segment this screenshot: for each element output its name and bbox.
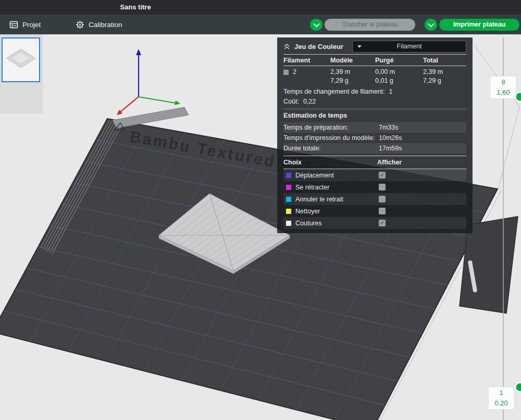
plate-thumbnail-strip — [0, 34, 43, 113]
legend-swatch — [286, 173, 291, 178]
project-menu-item[interactable]: Projet — [9, 15, 41, 34]
time-row: Temps de préparation:7m33s — [283, 122, 466, 133]
legend-checkbox[interactable]: ✓ — [379, 172, 386, 179]
legend-row-annuler-retrait[interactable]: Annuler le retrait — [283, 193, 466, 205]
cost-row: Coût: 0,22 — [283, 97, 466, 107]
project-icon — [9, 20, 18, 29]
legend-checkbox[interactable] — [379, 208, 386, 214]
print-options-dropdown-button[interactable] — [425, 19, 437, 31]
legend-row-deplacement[interactable]: Déplacement ✓ — [283, 169, 466, 181]
axis-z-arrow — [136, 49, 141, 55]
axis-gizmo — [117, 49, 180, 115]
time-estimate-title: Estimation de temps — [283, 109, 466, 122]
legend-checkbox[interactable] — [379, 196, 386, 202]
time-row: Durée totale:17m59s — [283, 143, 466, 154]
legend-header: Choix Afficher — [283, 156, 466, 169]
layer-slider-bottom-value: 1 0,20 — [488, 387, 514, 410]
legend-swatch — [286, 197, 291, 202]
chevron-down-icon — [428, 20, 435, 27]
filament-change-count: Temps de changement de filament: 1 — [283, 87, 466, 97]
legend-row-nettoyer[interactable]: Nettoyer — [283, 205, 466, 217]
print-plate-button[interactable]: Imprimer plateau — [439, 19, 519, 31]
chevron-down-icon — [313, 20, 320, 27]
calibration-menu-item[interactable]: Calibration — [76, 15, 122, 34]
window-titlebar: Sans titre — [0, 0, 521, 15]
legend-row-retracter[interactable]: Se rétracter — [283, 181, 466, 193]
layer-slider-top-value: 8 1,60 — [490, 76, 516, 99]
color-scheme-panel: Jeu de Couleur Filament Filament Modèle … — [277, 37, 473, 233]
preview-3d-viewport[interactable]: Bambu Textured PEI Plate — [0, 34, 521, 420]
calibration-label: Calibration — [89, 21, 122, 29]
slice-options-dropdown-button[interactable] — [310, 19, 322, 31]
plate-thumbnail-selected[interactable] — [2, 37, 40, 82]
app-window: Sans titre Projet C — [0, 0, 521, 420]
legend-swatch — [286, 209, 291, 214]
legend-swatch — [286, 185, 291, 190]
project-label: Projet — [22, 21, 41, 29]
window-title: Sans titre — [99, 0, 172, 15]
chevron-down-icon — [357, 45, 362, 48]
view-mode-dropdown[interactable]: Filament — [352, 41, 466, 53]
slice-plate-button[interactable]: Trancher le plateau — [325, 19, 415, 31]
plate-top-tab — [113, 107, 189, 128]
layer-slider-handle-top[interactable] — [516, 93, 521, 101]
collapse-panel-icon[interactable] — [283, 44, 290, 49]
filament-table-header: Filament Modèle Purgé Total — [283, 55, 466, 66]
time-row: Temps d'impression du modèle:10m26s — [283, 133, 466, 143]
legend-checkbox[interactable] — [379, 184, 386, 190]
main-toolbar: Projet Calibration Trancher le plateau — [0, 15, 521, 34]
gear-icon — [76, 20, 84, 29]
filament-table-row: 2 2,39 m 7,29 g 0,00 m 0,01 g 2,39 m 7,2… — [283, 66, 466, 87]
legend-row-coutures[interactable]: Coutures ✓ — [283, 217, 466, 229]
view-mode-value: Filament — [397, 43, 422, 50]
filament-id: 2 — [293, 68, 296, 77]
axis-y-arrow — [175, 100, 180, 105]
toolbar-actions: Trancher le plateau Imprimer plateau — [310, 15, 519, 34]
layer-slider-handle-bottom[interactable] — [516, 383, 521, 392]
filament-swatch — [283, 70, 289, 75]
legend-checkbox[interactable]: ✓ — [379, 220, 386, 226]
panel-title: Jeu de Couleur — [294, 43, 343, 50]
legend-swatch — [286, 221, 291, 226]
plate-thumbnail-image — [3, 39, 39, 80]
